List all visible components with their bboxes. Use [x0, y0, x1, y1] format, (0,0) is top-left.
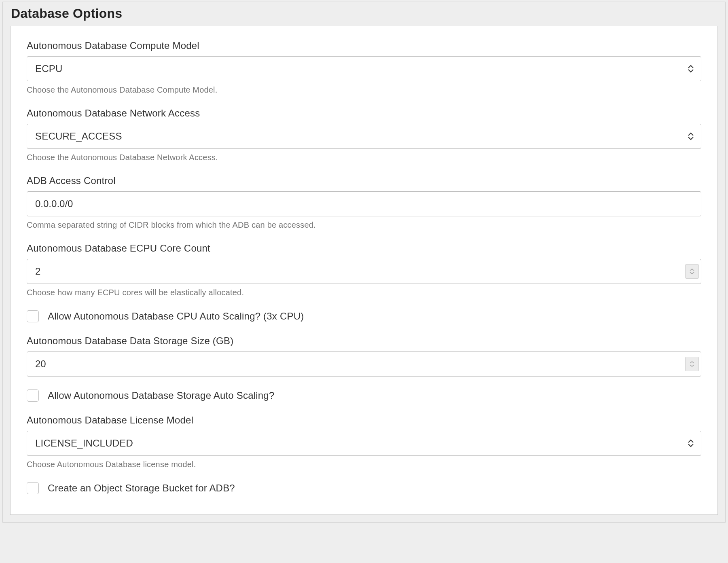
ecpu-core-count-label: Autonomous Database ECPU Core Count	[27, 243, 701, 254]
license-model-select[interactable]: LICENSE_INCLUDED	[27, 431, 701, 456]
access-control-help: Comma separated string of CIDR blocks fr…	[27, 220, 701, 230]
license-model-label: Autonomous Database License Model	[27, 415, 701, 426]
field-cpu-autoscale: Allow Autonomous Database CPU Auto Scali…	[27, 310, 701, 322]
field-compute-model: Autonomous Database Compute Model ECPU C…	[27, 40, 701, 95]
access-control-label: ADB Access Control	[27, 175, 701, 186]
field-network-access: Autonomous Database Network Access SECUR…	[27, 108, 701, 162]
network-access-label: Autonomous Database Network Access	[27, 108, 701, 119]
license-model-help: Choose Autonomous Database license model…	[27, 460, 701, 469]
field-access-control: ADB Access Control Comma separated strin…	[27, 175, 701, 230]
storage-size-input[interactable]	[27, 351, 701, 377]
compute-model-select[interactable]: ECPU	[27, 56, 701, 81]
field-create-bucket: Create an Object Storage Bucket for ADB?	[27, 482, 701, 494]
database-options-panel: Database Options Autonomous Database Com…	[2, 2, 726, 523]
panel-body: Autonomous Database Compute Model ECPU C…	[10, 26, 718, 515]
ecpu-core-count-help: Choose how many ECPU cores will be elast…	[27, 288, 701, 297]
storage-autoscale-checkbox[interactable]	[27, 389, 39, 402]
storage-autoscale-label: Allow Autonomous Database Storage Auto S…	[48, 390, 274, 401]
field-license-model: Autonomous Database License Model LICENS…	[27, 415, 701, 469]
cpu-autoscale-label: Allow Autonomous Database CPU Auto Scali…	[48, 311, 304, 322]
field-storage-autoscale: Allow Autonomous Database Storage Auto S…	[27, 389, 701, 402]
field-ecpu-core-count: Autonomous Database ECPU Core Count Choo…	[27, 243, 701, 297]
network-access-help: Choose the Autonomous Database Network A…	[27, 153, 701, 162]
network-access-value: SECURE_ACCESS	[35, 131, 122, 142]
compute-model-help: Choose the Autonomous Database Compute M…	[27, 85, 701, 95]
panel-title: Database Options	[10, 2, 718, 26]
access-control-input[interactable]	[27, 191, 701, 216]
license-model-value: LICENSE_INCLUDED	[35, 438, 133, 449]
ecpu-core-count-input[interactable]	[27, 259, 701, 284]
storage-size-label: Autonomous Database Data Storage Size (G…	[27, 335, 701, 347]
compute-model-label: Autonomous Database Compute Model	[27, 40, 701, 51]
create-bucket-label: Create an Object Storage Bucket for ADB?	[48, 483, 235, 494]
create-bucket-checkbox[interactable]	[27, 482, 39, 494]
compute-model-value: ECPU	[35, 63, 62, 74]
cpu-autoscale-checkbox[interactable]	[27, 310, 39, 322]
network-access-select[interactable]: SECURE_ACCESS	[27, 124, 701, 149]
field-storage-size: Autonomous Database Data Storage Size (G…	[27, 335, 701, 377]
